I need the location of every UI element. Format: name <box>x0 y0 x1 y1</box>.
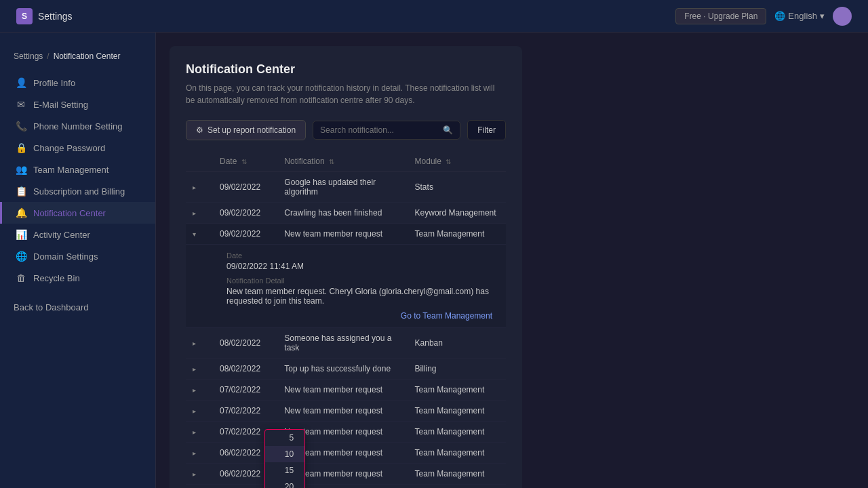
cell-module: Kanban <box>408 328 506 359</box>
nav-label-notification-center: Notification Center <box>33 208 106 218</box>
nav-icon-domain-settings: 🌐 <box>16 251 26 262</box>
language-selector[interactable]: 🌐 English ▾ <box>774 11 825 21</box>
nav-icon-subscription: 📋 <box>16 186 26 197</box>
sidebar-item-email-setting[interactable]: ✉ E-Mail Setting <box>0 94 155 115</box>
nav-icon-phone-setting: 📞 <box>16 121 26 131</box>
sidebar-item-profile-info[interactable]: 👤 Profile Info <box>0 72 155 94</box>
nav-icon-activity-log: 📊 <box>16 229 26 240</box>
breadcrumb-current: Notification Center <box>54 52 121 61</box>
table-row: ▸ 07/02/2022 New team member request Tea… <box>186 401 506 422</box>
detail-link[interactable]: Go to Team Management <box>401 311 492 321</box>
table-row: ▸ 08/02/2022 Someone has assigned you a … <box>186 328 506 359</box>
filter-button[interactable]: Filter <box>467 120 506 140</box>
cell-module: Team Management <box>408 401 506 422</box>
topbar-title: Settings <box>38 11 73 22</box>
nav-label-change-password: Change Password <box>33 143 105 153</box>
cell-notification: New team member request <box>277 224 408 245</box>
sidebar-item-subscription[interactable]: 📋 Subscription and Billing <box>0 180 155 202</box>
sort-date-icon[interactable]: ⇅ <box>241 158 247 165</box>
cell-date: 07/02/2022 <box>213 401 277 422</box>
table-row: ▸ 09/02/2022 Google has updated their al… <box>186 172 506 203</box>
cell-module: Stats <box>408 172 506 203</box>
sidebar-item-change-password[interactable]: 🔒 Change Password <box>0 137 155 159</box>
col-module: Module ⇅ <box>408 151 506 172</box>
sidebar-item-team-management[interactable]: 👥 Team Management <box>0 159 155 180</box>
table-row: ▸ 08/02/2022 Top up has successfully don… <box>186 359 506 380</box>
nav-label-team-management: Team Management <box>33 165 108 175</box>
rows-option-10[interactable]: 10 <box>265 446 304 462</box>
expand-btn[interactable]: ▸ <box>193 470 196 478</box>
nav-label-recycle-bin: Recycle Bin <box>33 273 80 283</box>
rows-option-5[interactable]: 5 <box>265 430 304 446</box>
expand-btn[interactable]: ▸ <box>193 386 196 394</box>
sidebar-item-notification-center[interactable]: 🔔 Notification Center <box>0 202 155 224</box>
expanded-detail-cell: Date 09/02/2022 11:41 AM Notification De… <box>213 245 506 328</box>
back-to-dashboard[interactable]: Back to Dashboard <box>0 289 155 312</box>
expand-btn[interactable]: ▸ <box>193 449 196 457</box>
breadcrumb-settings[interactable]: Settings <box>14 52 43 61</box>
cell-date: 08/02/2022 <box>213 359 277 380</box>
expand-btn[interactable]: ▸ <box>193 407 196 415</box>
detail-notif-label: Notification Detail <box>226 277 492 285</box>
setup-report-button[interactable]: ⚙ Set up report notification <box>186 120 306 140</box>
sidebar: Settings / Notification Center 👤 Profile… <box>0 33 156 488</box>
expand-btn[interactable]: ▾ <box>193 230 196 238</box>
sort-module-icon[interactable]: ⇅ <box>446 158 451 165</box>
expand-btn[interactable]: ▸ <box>193 340 196 347</box>
page-title: Notification Center <box>186 62 506 77</box>
cell-module: Keyword Management <box>408 203 506 224</box>
table-row: ▸ 07/02/2022 New team member request Tea… <box>186 422 506 443</box>
search-box: 🔍 <box>313 121 460 140</box>
nav-label-subscription: Subscription and Billing <box>33 186 125 197</box>
sidebar-item-activity-log[interactable]: 📊 Activity Center <box>0 224 155 245</box>
nav-label-domain-settings: Domain Settings <box>33 251 98 262</box>
cell-notification: Someone has assigned you a task <box>277 328 408 359</box>
sort-notif-icon[interactable]: ⇅ <box>329 158 334 165</box>
nav-icon-notification-center: 🔔 <box>16 207 26 218</box>
topbar-left: S Settings <box>16 8 73 24</box>
sidebar-nav: 👤 Profile Info✉ E-Mail Setting📞 Phone Nu… <box>0 72 155 289</box>
upgrade-button[interactable]: Free · Upgrade Plan <box>675 8 766 24</box>
notification-table: Date ⇅ Notification ⇅ Module ⇅ ▸ 09/02/2… <box>186 151 506 485</box>
nav-label-phone-setting: Phone Number Setting <box>33 121 123 131</box>
sidebar-item-domain-settings[interactable]: 🌐 Domain Settings <box>0 245 155 267</box>
nav-icon-profile-info: 👤 <box>16 77 26 88</box>
setup-btn-label: Set up report notification <box>208 125 296 135</box>
rows-option-20[interactable]: 20 <box>265 479 304 488</box>
cell-module: Billing <box>408 359 506 380</box>
expand-btn[interactable]: ▸ <box>193 209 196 217</box>
avatar[interactable] <box>833 7 852 26</box>
topbar-right: Free · Upgrade Plan 🌐 English ▾ <box>675 7 852 26</box>
cell-notification: Top up has successfully done <box>277 359 408 380</box>
table-row: ▸ 09/02/2022 Crawling has been finished … <box>186 203 506 224</box>
sidebar-item-phone-setting[interactable]: 📞 Phone Number Setting <box>0 115 155 137</box>
table-row: ▸ 06/02/2022 New team member request Tea… <box>186 443 506 464</box>
cell-module: Team Management <box>408 224 506 245</box>
detail-date-value: 09/02/2022 11:41 AM <box>226 262 492 271</box>
nav-icon-change-password: 🔒 <box>16 142 26 153</box>
col-date: Date ⇅ <box>213 151 277 172</box>
nav-label-profile-info: Profile Info <box>33 78 75 88</box>
table-row: ▸ 07/02/2022 New team member request Tea… <box>186 380 506 401</box>
expand-btn[interactable]: ▸ <box>193 365 196 373</box>
expand-btn[interactable]: ▸ <box>193 184 196 191</box>
search-input[interactable] <box>320 125 439 135</box>
breadcrumb: Settings / Notification Center <box>0 46 155 72</box>
cell-module: Team Management <box>408 422 506 443</box>
rows-option-15[interactable]: 15 <box>265 462 304 479</box>
nav-icon-recycle-bin: 🗑 <box>16 272 26 283</box>
detail-notif-text: New team member request. Cheryl Gloria (… <box>226 287 492 306</box>
sidebar-item-recycle-bin[interactable]: 🗑 Recycle Bin <box>0 267 155 289</box>
cell-date: 09/02/2022 <box>213 172 277 203</box>
table-row: ▾ 09/02/2022 New team member request Tea… <box>186 224 506 245</box>
cell-notification: New team member request <box>277 401 408 422</box>
cell-module: Team Management <box>408 380 506 401</box>
toolbar: ⚙ Set up report notification 🔍 Filter <box>186 120 506 140</box>
table-row: ▸ 06/02/2022 New team member request Tea… <box>186 464 506 485</box>
expand-btn[interactable]: ▸ <box>193 428 196 436</box>
nav-label-email-setting: E-Mail Setting <box>33 100 88 110</box>
main-layout: Settings / Notification Center 👤 Profile… <box>0 33 868 488</box>
cell-module: Team Management <box>408 443 506 464</box>
cell-date: 09/02/2022 <box>213 224 277 245</box>
search-icon: 🔍 <box>443 125 453 135</box>
